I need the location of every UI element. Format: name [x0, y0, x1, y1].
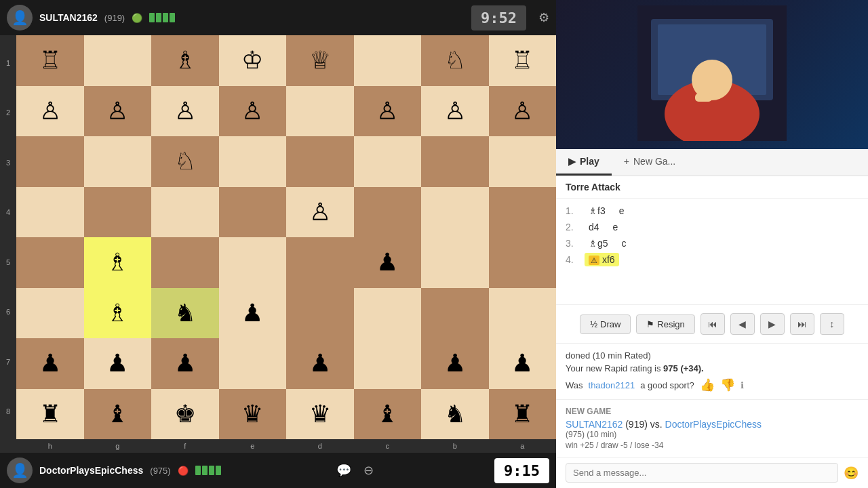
opponent-link[interactable]: thadon2121 [589, 380, 635, 390]
move-1-black[interactable]: e [615, 204, 629, 218]
new-game-title: NEW GAME [566, 407, 859, 416]
resign-button[interactable]: ⚑ Resign [636, 314, 694, 334]
thumbs-down-button[interactable]: 👎 [720, 378, 735, 392]
cell-a2[interactable]: ♙ [489, 86, 557, 137]
cell-c3[interactable] [354, 136, 422, 187]
last-move-button[interactable]: ⏭ [790, 313, 814, 335]
cell-b3[interactable] [421, 136, 489, 187]
settings-icon[interactable]: ⚙ [538, 10, 549, 25]
cell-f1[interactable]: ♗ [151, 35, 219, 86]
prev-move-button[interactable]: ◀ [730, 313, 755, 335]
cell-h7[interactable]: ♟ [16, 338, 84, 389]
new-game-section: NEW GAME SULTAN2162 (919) vs. DoctorPlay… [556, 399, 868, 457]
cell-g5[interactable]: ♗ [84, 237, 152, 288]
cell-e8[interactable]: ♛ [219, 389, 287, 440]
cell-h1[interactable]: ♖ [16, 35, 84, 86]
cell-e5[interactable] [219, 237, 287, 288]
cell-h3[interactable] [16, 136, 84, 187]
cell-a3[interactable] [489, 136, 557, 187]
good-sport-was: Was [566, 380, 583, 390]
cell-g1[interactable] [84, 35, 152, 86]
cell-d5[interactable] [286, 237, 354, 288]
player1-link[interactable]: SULTAN2162 [566, 419, 623, 430]
thumbs-up-button[interactable]: 👍 [700, 378, 715, 392]
chat-input[interactable] [566, 463, 838, 483]
move-3-black[interactable]: c [618, 237, 631, 250]
cell-g8[interactable]: ♝ [84, 389, 152, 440]
cell-b8[interactable]: ♞ [421, 389, 489, 440]
cell-h2[interactable]: ♙ [16, 86, 84, 137]
emoji-button[interactable]: 😊 [844, 466, 859, 481]
cell-e1[interactable]: ♔ [219, 35, 287, 86]
first-move-button[interactable]: ⏮ [701, 313, 725, 335]
cell-h8[interactable]: ♜ [16, 389, 84, 440]
move-2-black[interactable]: e [609, 220, 623, 234]
chessboard[interactable]: ♖ ♗ ♔ ♕ ♘ ♖ ♙ ♙ ♙ ♙ ♙ ♙ ♙ ♘ [16, 35, 556, 439]
cell-e6[interactable]: ♟ [219, 288, 287, 339]
cell-d1[interactable]: ♕ [286, 35, 354, 86]
cell-e7[interactable] [219, 338, 287, 389]
cell-c4[interactable] [354, 187, 422, 238]
cell-g6[interactable]: ♗ [84, 288, 152, 339]
cell-d3[interactable] [286, 136, 354, 187]
move-4-white[interactable]: ⚠ xf6 [585, 253, 619, 266]
row-label-6: 6 [0, 308, 16, 316]
flip-board-button[interactable]: ↕ [820, 313, 844, 335]
row-label-2: 2 [0, 108, 16, 117]
cell-a8[interactable]: ♜ [489, 389, 557, 440]
webcam-video [556, 0, 868, 149]
move-2-white[interactable]: d4 [585, 220, 604, 234]
cell-h4[interactable] [16, 187, 84, 238]
cell-d6[interactable] [286, 288, 354, 339]
move-1-white[interactable]: ♗f3 [585, 204, 610, 218]
cell-f6[interactable]: ♞ [151, 288, 219, 339]
cell-e2[interactable]: ♙ [219, 86, 287, 137]
cell-b5[interactable] [421, 237, 489, 288]
cell-h5[interactable] [16, 237, 84, 288]
cell-d8[interactable]: ♛ [286, 389, 354, 440]
cell-c8[interactable]: ♝ [354, 389, 422, 440]
cell-f4[interactable] [151, 187, 219, 238]
info-button[interactable]: ℹ [741, 380, 744, 390]
cell-h6[interactable] [16, 288, 84, 339]
cell-f8[interactable]: ♚ [151, 389, 219, 440]
cell-g3[interactable] [84, 136, 152, 187]
draw-offer-icon[interactable]: ⊖ [363, 463, 374, 478]
cell-c7[interactable] [354, 338, 422, 389]
cell-c1[interactable] [354, 35, 422, 86]
cell-a5[interactable] [489, 237, 557, 288]
cell-a6[interactable] [489, 288, 557, 339]
cell-f2[interactable]: ♙ [151, 86, 219, 137]
cell-a7[interactable]: ♟ [489, 338, 557, 389]
cell-f3[interactable]: ♘ [151, 136, 219, 187]
cell-d2[interactable] [286, 86, 354, 137]
cell-a4[interactable] [489, 187, 557, 238]
cell-c5[interactable]: ♟ [354, 237, 422, 288]
cell-c2[interactable]: ♙ [354, 86, 422, 137]
cell-e4[interactable] [219, 187, 287, 238]
cell-a1[interactable]: ♖ [489, 35, 557, 86]
cell-b6[interactable] [421, 288, 489, 339]
cell-d7[interactable]: ♟ [286, 338, 354, 389]
chat-icon[interactable]: 💬 [336, 463, 351, 478]
cell-b4[interactable] [421, 187, 489, 238]
move-3-white[interactable]: ♗g5 [585, 237, 612, 250]
cell-b1[interactable]: ♘ [421, 35, 489, 86]
tab-new-game[interactable]: + New Ga... [612, 149, 688, 176]
draw-button[interactable]: ½ Draw [580, 314, 631, 334]
cell-g2[interactable]: ♙ [84, 86, 152, 137]
next-move-button[interactable]: ▶ [760, 313, 785, 335]
cell-g4[interactable] [84, 187, 152, 238]
cell-f7[interactable]: ♟ [151, 338, 219, 389]
cell-e3[interactable] [219, 136, 287, 187]
cell-d4[interactable]: ♙ [286, 187, 354, 238]
good-sport-line: Was thadon2121 a good sport? 👍 👎 ℹ [566, 378, 859, 392]
cell-g7[interactable]: ♟ [84, 338, 152, 389]
cell-f5[interactable] [151, 237, 219, 288]
move-num-4: 4. [566, 254, 579, 265]
tab-play[interactable]: ▶ Play [556, 149, 612, 176]
cell-b2[interactable]: ♙ [421, 86, 489, 137]
cell-c6[interactable] [354, 288, 422, 339]
cell-b7[interactable]: ♟ [421, 338, 489, 389]
player2-link[interactable]: DoctorPlaysEpicChess [665, 419, 762, 430]
